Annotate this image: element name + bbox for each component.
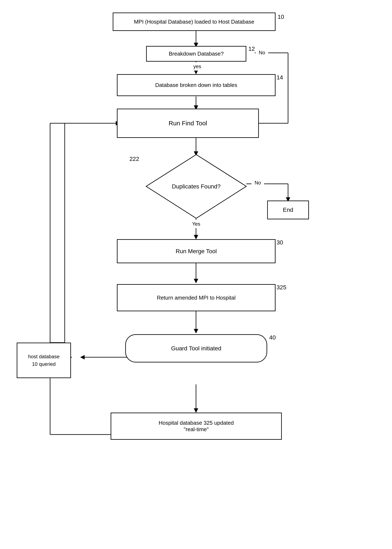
step30-num: 30 <box>277 239 283 246</box>
step10-node: MPI (Hospital Database) loaded to Host D… <box>113 13 275 31</box>
diamond-222-label: Duplicates Found? <box>172 182 220 191</box>
find-tool-node: Run Find Tool <box>117 109 259 138</box>
no12-label: No <box>256 49 268 57</box>
svg-marker-16 <box>194 235 198 239</box>
svg-marker-3 <box>194 70 198 74</box>
step12-node: Breakdown Database? <box>146 46 246 62</box>
svg-marker-18 <box>194 279 198 283</box>
host-db-node: host database 10 queried <box>17 342 71 378</box>
return-amended-node: Return amended MPI to Hospital <box>117 284 275 311</box>
merge-tool-node: Run Merge Tool <box>117 239 275 263</box>
yes222-label: Yes <box>188 220 204 228</box>
step325-num: 325 <box>277 284 286 291</box>
svg-marker-20 <box>194 329 198 333</box>
svg-marker-22 <box>80 355 84 359</box>
step40-num: 40 <box>269 334 276 341</box>
yes12-label: yes <box>191 62 203 71</box>
svg-marker-24 <box>194 408 198 413</box>
end-node: End <box>267 200 309 219</box>
diamond-222-node: Duplicates Found? <box>142 155 251 218</box>
flowchart: MPI (Hospital Database) loaded to Host D… <box>0 0 392 549</box>
step10-num: 10 <box>278 14 284 20</box>
hospital-update-node: Hospital database 325 updated "real-time… <box>111 413 282 440</box>
guard-tool-node: Guard Tool initiated <box>125 334 267 363</box>
no222-label: No <box>252 179 264 187</box>
step222-num: 222 <box>129 156 139 162</box>
step14-num: 14 <box>277 74 283 81</box>
step14-node: Database broken down into tables <box>117 74 275 96</box>
step12-num: 12 <box>248 46 255 52</box>
